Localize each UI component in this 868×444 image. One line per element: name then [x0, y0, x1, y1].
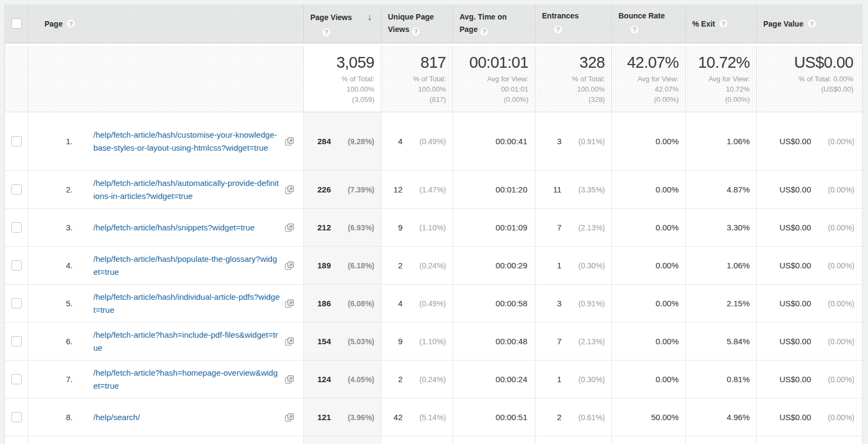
- unique-pageviews-percent: (0.49%): [403, 137, 446, 146]
- entrances-value: 2: [557, 413, 561, 422]
- entrances-cell: 1 (0.30%): [535, 247, 612, 284]
- column-header-entrances[interactable]: Entrances ?: [535, 4, 612, 43]
- page-value-percent: (0.00%): [811, 375, 854, 384]
- column-header-exit[interactable]: % Exit ?: [686, 4, 757, 43]
- pageviews-value: 189: [317, 261, 331, 270]
- table-row: 1. /help/fetch-article/hash/customise-yo…: [5, 112, 862, 171]
- page-value-amount: US$0.00: [780, 299, 811, 308]
- column-header-page-value[interactable]: Page Value ?: [757, 4, 862, 43]
- avg-time-cell: 00:00:58: [453, 285, 535, 322]
- column-header-bounce-rate[interactable]: Bounce Rate ?: [612, 4, 686, 43]
- row-rank: 8.: [44, 413, 73, 422]
- entrances-percent: (2.13%): [561, 223, 605, 232]
- page-value-amount: US$0.00: [780, 223, 811, 232]
- page-link[interactable]: /help/fetch-article/hash/automatically-p…: [93, 177, 280, 203]
- help-icon[interactable]: ?: [630, 25, 639, 34]
- page-value-amount: US$0.00: [780, 375, 811, 384]
- pageviews-percent: (9.28%): [331, 137, 374, 146]
- bounce-rate-cell: 0.00%: [612, 171, 686, 208]
- row-checkbox[interactable]: [11, 136, 22, 146]
- avg-time-value: 00:00:29: [496, 261, 527, 270]
- unique-pageviews-value: 12: [393, 185, 403, 194]
- external-link-icon[interactable]: [285, 223, 294, 232]
- page-cell: 4. /help/fetch-article/hash/populate-the…: [28, 247, 304, 284]
- avg-time-cell: 00:00:48: [453, 323, 535, 360]
- help-icon[interactable]: ?: [553, 25, 563, 34]
- bounce-rate-cell: 0.00%: [612, 361, 686, 398]
- page-link[interactable]: /help/fetch-article/hash/populate-the-gl…: [93, 253, 280, 279]
- summary-unique-pageviews: 817 % of Total:100.00%(817): [381, 46, 453, 112]
- external-link-icon[interactable]: [285, 375, 294, 384]
- avg-time-value: 00:01:20: [496, 185, 527, 194]
- page-value-cell: US$0.00 (0.00%): [757, 171, 862, 208]
- row-rank: 6.: [44, 337, 73, 346]
- bounce-rate-value: 0.00%: [655, 137, 679, 146]
- page-link[interactable]: /help/fetch-article/hash/customise-your-…: [93, 128, 280, 155]
- summary-exit: 10.72% Avg for View:10.72%(0.00%): [686, 46, 757, 112]
- help-icon[interactable]: ?: [807, 19, 816, 28]
- row-checkbox[interactable]: [11, 222, 22, 233]
- row-checkbox[interactable]: [11, 184, 22, 195]
- column-header-page[interactable]: Page ?: [28, 4, 304, 43]
- help-icon[interactable]: ?: [66, 19, 75, 28]
- page-cell: 2. /help/fetch-article/hash/automaticall…: [28, 171, 304, 208]
- row-checkbox[interactable]: [11, 336, 22, 346]
- pageviews-cell: 284 (9.28%): [304, 112, 381, 170]
- column-label-bounce-rate: Bounce Rate: [618, 11, 665, 20]
- help-icon[interactable]: ?: [411, 27, 420, 36]
- row-rank: 4.: [44, 261, 73, 270]
- unique-pageviews-percent: (1.10%): [403, 337, 446, 346]
- entrances-percent: (2.13%): [561, 337, 605, 346]
- page-link[interactable]: /help/fetch-article/hash/individual-arti…: [93, 291, 280, 317]
- row-checkbox-cell: [5, 171, 28, 208]
- entrances-cell: 7 (2.13%): [535, 209, 612, 246]
- page-cell: 6. /help/fetch-article?hash=include-pdf-…: [28, 323, 304, 360]
- unique-pageviews-value: 2: [398, 375, 403, 384]
- row-checkbox[interactable]: [11, 298, 22, 308]
- exit-value: 3.30%: [726, 223, 750, 232]
- external-link-icon[interactable]: [285, 261, 294, 270]
- summary-bounce-rate: 42.07% Avg for View:42.07%(0.00%): [612, 46, 686, 112]
- column-header-pageviews[interactable]: Page Views ↓ ?: [304, 4, 381, 43]
- avg-time-value: 00:00:51: [496, 413, 527, 422]
- column-header-avg-time[interactable]: Avg. Time on Page ?: [453, 4, 535, 43]
- unique-pageviews-value: 9: [398, 223, 403, 232]
- pageviews-percent: (7.39%): [331, 185, 374, 194]
- external-link-icon[interactable]: [285, 337, 294, 346]
- page-value-cell: US$0.00 (0.00%): [757, 247, 862, 284]
- exit-value: 0.81%: [726, 375, 750, 384]
- page-cell: 7. /help/fetch-article?hash=homepage-ove…: [28, 361, 304, 398]
- external-link-icon[interactable]: [285, 137, 294, 146]
- external-link-icon[interactable]: [285, 413, 294, 422]
- exit-value: 4.96%: [726, 413, 750, 422]
- entrances-cell: 2 (0.61%): [535, 398, 612, 436]
- row-checkbox[interactable]: [11, 412, 22, 422]
- external-link-icon[interactable]: [285, 185, 294, 194]
- bounce-rate-value: 0.00%: [655, 261, 679, 270]
- page-link[interactable]: /help/fetch-article?hash=include-pdf-fil…: [93, 329, 280, 355]
- unique-pageviews-cell: 9 (1.10%): [381, 209, 453, 246]
- help-icon[interactable]: ?: [480, 27, 489, 36]
- select-all-checkbox[interactable]: [11, 18, 22, 29]
- page-link[interactable]: /help/fetch-article/hash/snippets?widget…: [93, 221, 280, 234]
- row-checkbox[interactable]: [11, 374, 22, 384]
- page-cell: 1. /help/fetch-article/hash/customise-yo…: [28, 112, 304, 170]
- external-link-icon[interactable]: [285, 299, 294, 308]
- unique-pageviews-percent: (1.10%): [403, 223, 446, 232]
- row-rank: 5.: [44, 299, 73, 308]
- entrances-percent: (0.91%): [561, 299, 605, 308]
- table-row: 4. /help/fetch-article/hash/populate-the…: [5, 247, 862, 285]
- row-checkbox[interactable]: [11, 260, 22, 271]
- column-header-unique-pageviews[interactable]: Unique Page Views ?: [381, 4, 453, 43]
- analytics-pages-table: Page ? Page Views ↓ ? Unique Page Views …: [4, 4, 863, 444]
- help-icon[interactable]: ?: [719, 19, 728, 28]
- help-icon[interactable]: ?: [322, 28, 331, 37]
- entrances-cell: 3 (0.91%): [535, 112, 612, 170]
- page-link[interactable]: /help/search/: [93, 411, 280, 424]
- page-value-percent: (0.00%): [811, 261, 854, 270]
- column-label-entrances: Entrances: [542, 11, 579, 20]
- page-link[interactable]: /help/fetch-article?hash=homepage-overvi…: [93, 366, 280, 392]
- summary-entrances: 328 % of Total:100.00%(328): [535, 46, 612, 112]
- unique-pageviews-percent: (5.14%): [403, 413, 446, 422]
- page-value-amount: US$0.00: [780, 413, 811, 422]
